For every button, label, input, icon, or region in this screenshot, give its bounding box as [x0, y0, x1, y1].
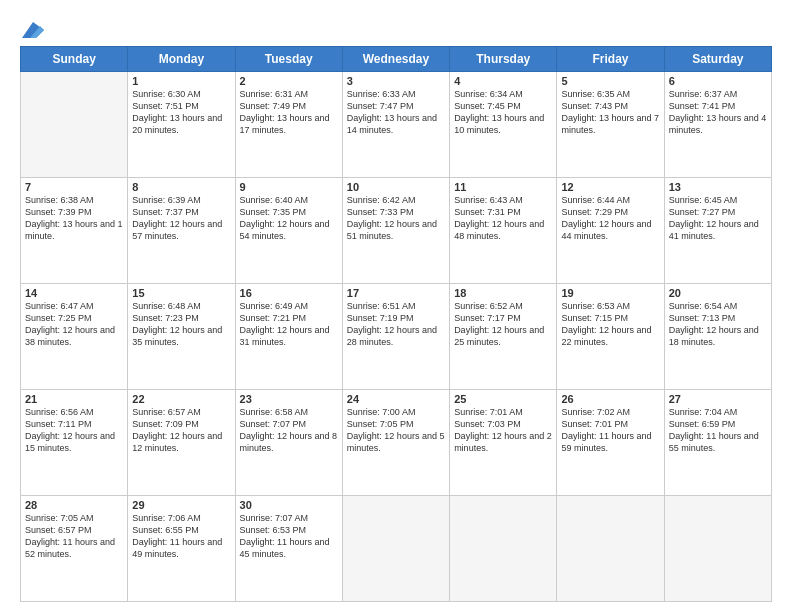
calendar-week-row: 14Sunrise: 6:47 AMSunset: 7:25 PMDayligh…: [21, 284, 772, 390]
cell-details: Sunrise: 6:33 AMSunset: 7:47 PMDaylight:…: [347, 88, 445, 137]
cell-details: Sunrise: 6:51 AMSunset: 7:19 PMDaylight:…: [347, 300, 445, 349]
day-number: 12: [561, 181, 659, 193]
page: SundayMondayTuesdayWednesdayThursdayFrid…: [0, 0, 792, 612]
cell-details: Sunrise: 6:37 AMSunset: 7:41 PMDaylight:…: [669, 88, 767, 137]
calendar-cell: [342, 496, 449, 602]
calendar-cell: 23Sunrise: 6:58 AMSunset: 7:07 PMDayligh…: [235, 390, 342, 496]
calendar-cell: 1Sunrise: 6:30 AMSunset: 7:51 PMDaylight…: [128, 72, 235, 178]
calendar-week-row: 1Sunrise: 6:30 AMSunset: 7:51 PMDaylight…: [21, 72, 772, 178]
cell-details: Sunrise: 6:44 AMSunset: 7:29 PMDaylight:…: [561, 194, 659, 243]
cell-details: Sunrise: 7:05 AMSunset: 6:57 PMDaylight:…: [25, 512, 123, 561]
calendar-cell: 5Sunrise: 6:35 AMSunset: 7:43 PMDaylight…: [557, 72, 664, 178]
calendar-cell: 14Sunrise: 6:47 AMSunset: 7:25 PMDayligh…: [21, 284, 128, 390]
logo-icon: [22, 22, 44, 38]
weekday-header: Saturday: [664, 47, 771, 72]
day-number: 30: [240, 499, 338, 511]
calendar-header-row: SundayMondayTuesdayWednesdayThursdayFrid…: [21, 47, 772, 72]
calendar-week-row: 21Sunrise: 6:56 AMSunset: 7:11 PMDayligh…: [21, 390, 772, 496]
calendar-cell: 28Sunrise: 7:05 AMSunset: 6:57 PMDayligh…: [21, 496, 128, 602]
header: [20, 18, 772, 38]
cell-details: Sunrise: 6:30 AMSunset: 7:51 PMDaylight:…: [132, 88, 230, 137]
cell-details: Sunrise: 6:43 AMSunset: 7:31 PMDaylight:…: [454, 194, 552, 243]
day-number: 10: [347, 181, 445, 193]
day-number: 13: [669, 181, 767, 193]
day-number: 8: [132, 181, 230, 193]
day-number: 23: [240, 393, 338, 405]
day-number: 27: [669, 393, 767, 405]
cell-details: Sunrise: 6:38 AMSunset: 7:39 PMDaylight:…: [25, 194, 123, 243]
calendar-cell: 24Sunrise: 7:00 AMSunset: 7:05 PMDayligh…: [342, 390, 449, 496]
calendar-cell: 18Sunrise: 6:52 AMSunset: 7:17 PMDayligh…: [450, 284, 557, 390]
calendar-cell: 21Sunrise: 6:56 AMSunset: 7:11 PMDayligh…: [21, 390, 128, 496]
cell-details: Sunrise: 6:34 AMSunset: 7:45 PMDaylight:…: [454, 88, 552, 137]
day-number: 2: [240, 75, 338, 87]
calendar-cell: 12Sunrise: 6:44 AMSunset: 7:29 PMDayligh…: [557, 178, 664, 284]
day-number: 20: [669, 287, 767, 299]
cell-details: Sunrise: 6:48 AMSunset: 7:23 PMDaylight:…: [132, 300, 230, 349]
day-number: 1: [132, 75, 230, 87]
calendar-cell: 9Sunrise: 6:40 AMSunset: 7:35 PMDaylight…: [235, 178, 342, 284]
cell-details: Sunrise: 7:00 AMSunset: 7:05 PMDaylight:…: [347, 406, 445, 455]
calendar-cell: 13Sunrise: 6:45 AMSunset: 7:27 PMDayligh…: [664, 178, 771, 284]
calendar-cell: 8Sunrise: 6:39 AMSunset: 7:37 PMDaylight…: [128, 178, 235, 284]
cell-details: Sunrise: 6:39 AMSunset: 7:37 PMDaylight:…: [132, 194, 230, 243]
day-number: 18: [454, 287, 552, 299]
cell-details: Sunrise: 7:02 AMSunset: 7:01 PMDaylight:…: [561, 406, 659, 455]
cell-details: Sunrise: 6:40 AMSunset: 7:35 PMDaylight:…: [240, 194, 338, 243]
day-number: 5: [561, 75, 659, 87]
calendar-cell: [450, 496, 557, 602]
calendar-cell: 10Sunrise: 6:42 AMSunset: 7:33 PMDayligh…: [342, 178, 449, 284]
calendar-cell: 22Sunrise: 6:57 AMSunset: 7:09 PMDayligh…: [128, 390, 235, 496]
cell-details: Sunrise: 6:49 AMSunset: 7:21 PMDaylight:…: [240, 300, 338, 349]
weekday-header: Friday: [557, 47, 664, 72]
cell-details: Sunrise: 7:04 AMSunset: 6:59 PMDaylight:…: [669, 406, 767, 455]
day-number: 3: [347, 75, 445, 87]
calendar-cell: 27Sunrise: 7:04 AMSunset: 6:59 PMDayligh…: [664, 390, 771, 496]
calendar-cell: [21, 72, 128, 178]
weekday-header: Wednesday: [342, 47, 449, 72]
day-number: 16: [240, 287, 338, 299]
cell-details: Sunrise: 6:47 AMSunset: 7:25 PMDaylight:…: [25, 300, 123, 349]
calendar-cell: 7Sunrise: 6:38 AMSunset: 7:39 PMDaylight…: [21, 178, 128, 284]
calendar-cell: 11Sunrise: 6:43 AMSunset: 7:31 PMDayligh…: [450, 178, 557, 284]
day-number: 7: [25, 181, 123, 193]
day-number: 19: [561, 287, 659, 299]
cell-details: Sunrise: 6:31 AMSunset: 7:49 PMDaylight:…: [240, 88, 338, 137]
day-number: 14: [25, 287, 123, 299]
day-number: 9: [240, 181, 338, 193]
calendar-cell: 26Sunrise: 7:02 AMSunset: 7:01 PMDayligh…: [557, 390, 664, 496]
cell-details: Sunrise: 6:54 AMSunset: 7:13 PMDaylight:…: [669, 300, 767, 349]
weekday-header: Sunday: [21, 47, 128, 72]
day-number: 6: [669, 75, 767, 87]
calendar-cell: 19Sunrise: 6:53 AMSunset: 7:15 PMDayligh…: [557, 284, 664, 390]
day-number: 11: [454, 181, 552, 193]
day-number: 29: [132, 499, 230, 511]
calendar-cell: 4Sunrise: 6:34 AMSunset: 7:45 PMDaylight…: [450, 72, 557, 178]
cell-details: Sunrise: 6:58 AMSunset: 7:07 PMDaylight:…: [240, 406, 338, 455]
cell-details: Sunrise: 6:42 AMSunset: 7:33 PMDaylight:…: [347, 194, 445, 243]
cell-details: Sunrise: 7:07 AMSunset: 6:53 PMDaylight:…: [240, 512, 338, 561]
cell-details: Sunrise: 7:01 AMSunset: 7:03 PMDaylight:…: [454, 406, 552, 455]
calendar-cell: 17Sunrise: 6:51 AMSunset: 7:19 PMDayligh…: [342, 284, 449, 390]
calendar-cell: [664, 496, 771, 602]
calendar-cell: 30Sunrise: 7:07 AMSunset: 6:53 PMDayligh…: [235, 496, 342, 602]
logo: [20, 22, 44, 38]
calendar-cell: 6Sunrise: 6:37 AMSunset: 7:41 PMDaylight…: [664, 72, 771, 178]
cell-details: Sunrise: 6:57 AMSunset: 7:09 PMDaylight:…: [132, 406, 230, 455]
calendar-week-row: 7Sunrise: 6:38 AMSunset: 7:39 PMDaylight…: [21, 178, 772, 284]
day-number: 22: [132, 393, 230, 405]
cell-details: Sunrise: 6:56 AMSunset: 7:11 PMDaylight:…: [25, 406, 123, 455]
calendar-cell: 15Sunrise: 6:48 AMSunset: 7:23 PMDayligh…: [128, 284, 235, 390]
day-number: 24: [347, 393, 445, 405]
day-number: 28: [25, 499, 123, 511]
cell-details: Sunrise: 6:52 AMSunset: 7:17 PMDaylight:…: [454, 300, 552, 349]
weekday-header: Tuesday: [235, 47, 342, 72]
calendar-cell: 16Sunrise: 6:49 AMSunset: 7:21 PMDayligh…: [235, 284, 342, 390]
calendar-cell: 20Sunrise: 6:54 AMSunset: 7:13 PMDayligh…: [664, 284, 771, 390]
calendar-table: SundayMondayTuesdayWednesdayThursdayFrid…: [20, 46, 772, 602]
calendar-cell: 25Sunrise: 7:01 AMSunset: 7:03 PMDayligh…: [450, 390, 557, 496]
day-number: 26: [561, 393, 659, 405]
cell-details: Sunrise: 6:45 AMSunset: 7:27 PMDaylight:…: [669, 194, 767, 243]
calendar-cell: 29Sunrise: 7:06 AMSunset: 6:55 PMDayligh…: [128, 496, 235, 602]
calendar-cell: 3Sunrise: 6:33 AMSunset: 7:47 PMDaylight…: [342, 72, 449, 178]
